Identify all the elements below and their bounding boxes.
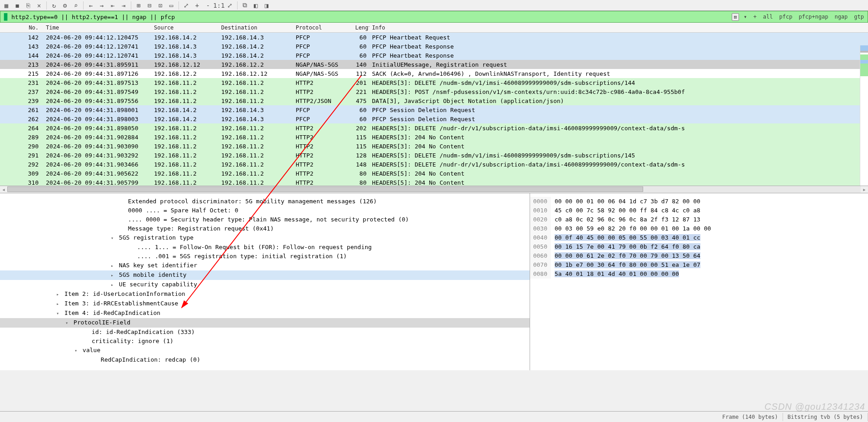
- packet-detail-tree[interactable]: Extended protocol discriminator: 5G mobi…: [0, 193, 530, 370]
- tree-node[interactable]: ▸ Item 3: id-RRCEstablishmentCause: [0, 299, 530, 309]
- table-row[interactable]: 2642024-06-20 09:44:31.898050192.168.11.…: [0, 123, 868, 132]
- expand-icon[interactable]: ▾: [55, 309, 61, 318]
- col-info[interactable]: Info: [369, 25, 868, 31]
- hex-dump-pane[interactable]: 000000 00 00 01 00 06 04 1d c7 3b d7 82 …: [530, 193, 868, 370]
- tree-node[interactable]: id: id-RedCapIndication (333): [0, 328, 530, 337]
- tree-node[interactable]: .... 1... = Follow-On Request bit (FOR):…: [0, 243, 530, 252]
- toolbar-icon-17[interactable]: -: [203, 1, 213, 10]
- toolbar-icon-11[interactable]: ⊞: [134, 1, 143, 10]
- toolbar-icon-7[interactable]: ←: [86, 1, 95, 10]
- tree-node[interactable]: ▸ Item 2: id-UserLocationInformation: [0, 290, 530, 299]
- filter-btn-all[interactable]: all: [761, 13, 775, 20]
- toolbar-icon-14[interactable]: ▭: [167, 1, 176, 10]
- table-row[interactable]: 1442024-06-20 09:44:12.120741192.168.14.…: [0, 51, 868, 60]
- tree-node[interactable]: ▾ 5GS registration type: [0, 233, 530, 243]
- table-row[interactable]: 2892024-06-20 09:44:31.902884192.168.11.…: [0, 132, 868, 142]
- toolbar-icon-13[interactable]: ⊡: [156, 1, 165, 10]
- toolbar-icon-16[interactable]: +: [193, 1, 202, 10]
- packet-list-header[interactable]: No. Time Source Destination Protocol Len…: [0, 23, 868, 33]
- toolbar-icon-15[interactable]: ⤢: [182, 1, 191, 10]
- tree-node[interactable]: Extended protocol discriminator: 5G mobi…: [0, 197, 530, 206]
- expand-icon[interactable]: ▸: [55, 299, 61, 309]
- expand-icon[interactable]: ▸: [55, 290, 61, 299]
- toolbar-icon-2[interactable]: ⎘: [24, 1, 33, 10]
- col-destination[interactable]: Destination: [218, 25, 293, 31]
- hex-row[interactable]: 000000 00 00 01 00 06 04 1d c7 3b d7 82 …: [530, 197, 868, 206]
- tree-node[interactable]: ▾ Item 4: id-RedCapIndication: [0, 309, 530, 318]
- hex-row[interactable]: 0020c0 a8 0c 02 96 0c 96 0c 8a 2f f3 12 …: [530, 215, 868, 224]
- packet-rows[interactable]: 1422024-06-20 09:44:12.120475192.168.14.…: [0, 33, 868, 186]
- table-row[interactable]: 2132024-06-20 09:44:31.895911192.168.12.…: [0, 60, 868, 69]
- hex-row[interactable]: 001045 c0 00 7c 58 92 00 00 ff 84 c8 4c …: [530, 206, 868, 215]
- table-row[interactable]: 2612024-06-20 09:44:31.898001192.168.14.…: [0, 105, 868, 114]
- tree-node[interactable]: criticality: ignore (1): [0, 337, 530, 346]
- hex-row[interactable]: 006000 00 00 61 2e 02 f0 70 00 79 00 13 …: [530, 251, 868, 260]
- display-filter-input[interactable]: [10, 14, 732, 20]
- toolbar-icon-18[interactable]: 1:1: [214, 1, 223, 10]
- expand-icon[interactable]: ▸: [109, 271, 115, 280]
- tree-node[interactable]: Message type: Registration request (0x41…: [0, 224, 530, 233]
- toolbar-icon-20[interactable]: ⧉: [240, 1, 249, 10]
- table-row[interactable]: 1422024-06-20 09:44:12.120475192.168.14.…: [0, 33, 868, 42]
- table-row[interactable]: 2392024-06-20 09:44:31.897556192.168.11.…: [0, 96, 868, 105]
- filter-btn-pfcp[interactable]: pfcp: [777, 13, 794, 20]
- expand-icon[interactable]: ▸: [109, 261, 115, 270]
- table-row[interactable]: 1432024-06-20 09:44:12.120741192.168.14.…: [0, 42, 868, 51]
- toolbar-icon-4[interactable]: ↻: [50, 1, 59, 10]
- bookmark-icon[interactable]: ▉: [2, 13, 10, 20]
- scroll-left-icon[interactable]: ◂: [0, 186, 7, 193]
- tree-node[interactable]: ▸ UE security capability: [0, 280, 530, 290]
- table-row[interactable]: 3092024-06-20 09:44:31.905622192.168.11.…: [0, 169, 868, 178]
- tree-node[interactable]: ▾ ProtocolIE-Field: [0, 318, 530, 328]
- toolbar-icon-19[interactable]: ⤢: [225, 1, 234, 10]
- expand-icon[interactable]: ▸: [109, 280, 115, 290]
- toolbar-icon-9[interactable]: ⇤: [108, 1, 117, 10]
- table-row[interactable]: 2912024-06-20 09:44:31.903292192.168.11.…: [0, 151, 868, 160]
- toolbar-icon-10[interactable]: ⇥: [119, 1, 128, 10]
- hex-row[interactable]: 00805a 40 01 18 01 4d 40 01 00 00 00 00: [530, 270, 868, 279]
- table-row[interactable]: 2902024-06-20 09:44:31.903090192.168.11.…: [0, 142, 868, 151]
- toolbar-icon-8[interactable]: →: [97, 1, 106, 10]
- tree-node[interactable]: ▸ NAS key set identifier: [0, 261, 530, 270]
- table-row[interactable]: 2152024-06-20 09:44:31.897126192.168.12.…: [0, 69, 868, 78]
- expand-icon[interactable]: ▾: [64, 319, 70, 328]
- packet-minimap[interactable]: [860, 45, 868, 186]
- tree-node[interactable]: ▸ 5GS mobile identity: [0, 270, 530, 280]
- status-frame[interactable]: Frame (140 bytes): [718, 413, 783, 421]
- tree-node[interactable]: RedCapIndication: redcap (0): [0, 355, 530, 364]
- col-source[interactable]: Source: [151, 25, 218, 31]
- toolbar-icon-12[interactable]: ⊟: [145, 1, 154, 10]
- tree-node[interactable]: .... .001 = 5GS registration type: initi…: [0, 252, 530, 261]
- packet-hscroll[interactable]: ◂ ▸: [0, 186, 868, 193]
- table-row[interactable]: 2622024-06-20 09:44:31.898003192.168.14.…: [0, 114, 868, 123]
- col-length[interactable]: Lengt: [352, 25, 369, 31]
- filter-btn-pfcp-ngap[interactable]: pfcp+ngap: [797, 13, 830, 20]
- filter-btn-ngap[interactable]: ngap: [833, 13, 849, 20]
- table-row[interactable]: 3102024-06-20 09:44:31.905799192.168.11.…: [0, 178, 868, 186]
- table-row[interactable]: 2922024-06-20 09:44:31.903466192.168.11.…: [0, 160, 868, 169]
- hex-row[interactable]: 005000 16 15 7e 00 41 79 00 0b f2 64 f0 …: [530, 242, 868, 251]
- toolbar-icon-5[interactable]: ⚙: [60, 1, 69, 10]
- filter-dropdown-icon[interactable]: ▾: [742, 13, 749, 20]
- toolbar-icon-21[interactable]: ◧: [251, 1, 260, 10]
- table-row[interactable]: 2312024-06-20 09:44:31.897513192.168.11.…: [0, 78, 868, 87]
- add-filter-button[interactable]: +: [752, 13, 759, 20]
- tree-node[interactable]: .... 0000 = Security header type: Plain …: [0, 215, 530, 224]
- toolbar-icon-1[interactable]: ◼: [13, 1, 22, 10]
- expand-icon[interactable]: ▾: [73, 346, 79, 355]
- scroll-right-icon[interactable]: ▸: [861, 186, 868, 193]
- toolbar-icon-6[interactable]: ⌕: [71, 1, 80, 10]
- tree-node[interactable]: ▾ value: [0, 346, 530, 355]
- filter-btn-gtp[interactable]: gtp: [852, 13, 866, 20]
- hex-row[interactable]: 004000 0f 40 45 00 00 05 00 55 00 03 40 …: [530, 233, 868, 242]
- hex-row[interactable]: 007000 1b e7 00 30 64 f0 80 00 00 51 ea …: [530, 260, 868, 270]
- col-no[interactable]: No.: [0, 25, 43, 31]
- hex-row[interactable]: 003000 03 00 59 e0 82 20 f0 00 00 01 00 …: [530, 224, 868, 233]
- clear-filter-icon[interactable]: ⊠: [732, 13, 739, 21]
- col-protocol[interactable]: Protocol: [293, 25, 352, 31]
- status-bitstring[interactable]: Bitstring tvb (5 bytes): [783, 413, 868, 421]
- toolbar-icon-22[interactable]: ◨: [262, 1, 271, 10]
- expand-icon[interactable]: ▾: [109, 234, 115, 243]
- table-row[interactable]: 2372024-06-20 09:44:31.897549192.168.11.…: [0, 87, 868, 96]
- tree-node[interactable]: 0000 .... = Spare Half Octet: 0: [0, 206, 530, 215]
